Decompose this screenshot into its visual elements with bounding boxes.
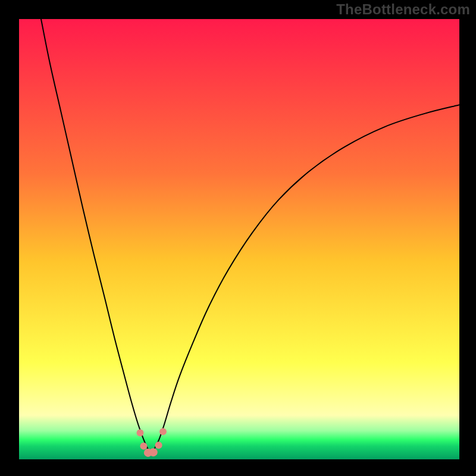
marker-point [137, 430, 144, 437]
chart-background [19, 19, 459, 459]
watermark-label: TheBottleneck.com [336, 1, 470, 18]
bottleneck-chart [19, 19, 459, 459]
marker-point [149, 448, 158, 456]
chart-stage: TheBottleneck.com [0, 0, 476, 476]
marker-point [140, 443, 147, 450]
marker-point [159, 428, 167, 435]
marker-point [155, 441, 162, 449]
